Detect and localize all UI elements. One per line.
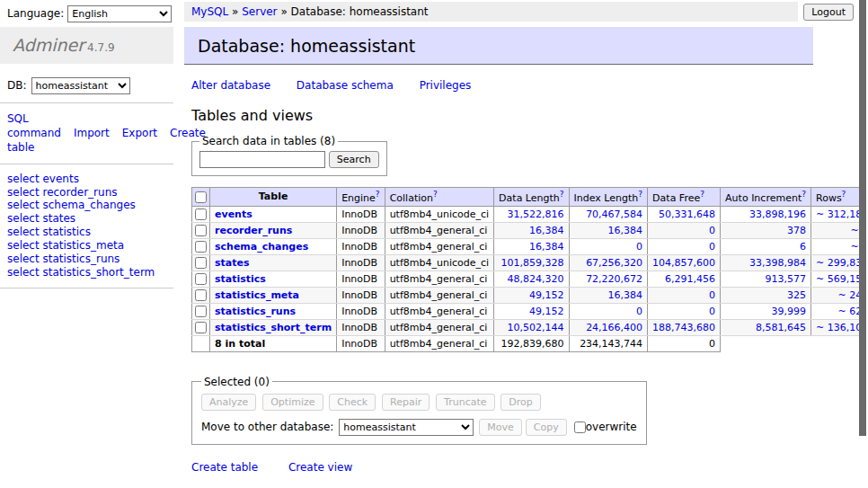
table-link[interactable]: schema_changes <box>215 241 308 253</box>
index-length-link[interactable]: 72,220,672 <box>586 273 642 285</box>
data-length-link[interactable]: 49,152 <box>529 289 564 301</box>
import-link[interactable]: Import <box>74 127 110 139</box>
index-length-link[interactable]: 24,166,400 <box>586 322 642 333</box>
auto-increment-link[interactable]: 913,577 <box>766 273 807 285</box>
sidebar-item-select-recorder-runs[interactable]: select recorder_runs <box>7 186 173 200</box>
breadcrumb-mysql-link[interactable]: MySQL <box>191 5 228 18</box>
data-free-link[interactable]: 104,857,600 <box>652 257 715 269</box>
create-table-link-main[interactable]: Create table <box>191 461 258 474</box>
row-checkbox[interactable] <box>195 289 207 301</box>
copy-button[interactable]: Copy <box>526 419 567 436</box>
sidebar-item-select-statistics[interactable]: select statistics <box>7 226 173 239</box>
sidebar-item-select-events[interactable]: select events <box>7 173 173 186</box>
sql-command-link[interactable]: SQL command <box>7 112 61 139</box>
index-length-link[interactable]: 70,467,584 <box>586 209 642 220</box>
sidebar-item-select-statistics-runs[interactable]: select statistics_runs <box>7 253 173 266</box>
scrollbar-track[interactable] <box>859 0 868 488</box>
data-free-link[interactable]: 50,331,648 <box>659 209 715 220</box>
row-checkbox[interactable] <box>195 225 207 236</box>
help-link[interactable]: ? <box>376 190 380 199</box>
row-checkbox[interactable] <box>195 209 207 220</box>
table-link[interactable]: recorder_runs <box>215 225 292 236</box>
data-length-link[interactable]: 10,502,144 <box>508 322 564 333</box>
breadcrumb-server-link[interactable]: Server <box>242 5 277 18</box>
row-checkbox[interactable] <box>195 241 207 253</box>
repair-button[interactable]: Repair <box>382 394 430 411</box>
privileges-link[interactable]: Privileges <box>420 79 472 92</box>
data-free-link[interactable]: 0 <box>709 225 715 236</box>
row-checkbox[interactable] <box>195 273 207 285</box>
move-button[interactable]: Move <box>479 419 522 436</box>
db-selector-row: DB:homeassistant <box>7 77 173 94</box>
data-length-link[interactable]: 16,384 <box>529 225 564 236</box>
table-link[interactable]: events <box>215 209 252 220</box>
table-link[interactable]: states <box>215 257 250 269</box>
export-link[interactable]: Export <box>122 127 157 139</box>
app-title: Adminer4.7.9 <box>0 27 173 64</box>
help-link[interactable]: ? <box>433 190 438 199</box>
help-link[interactable]: ? <box>802 190 806 199</box>
language-area: Language:English <box>7 5 172 22</box>
help-link[interactable]: ? <box>700 190 704 199</box>
optimize-button[interactable]: Optimize <box>262 394 323 411</box>
data-length-link[interactable]: 49,152 <box>529 306 564 317</box>
create-view-link[interactable]: Create view <box>288 461 352 474</box>
database-schema-link[interactable]: Database schema <box>297 79 394 92</box>
overwrite-checkbox[interactable] <box>574 421 586 433</box>
sidebar-item-select-statistics-short-term[interactable]: select statistics_short_term <box>7 266 173 279</box>
index-length-link[interactable]: 0 <box>636 241 642 253</box>
language-select[interactable]: English <box>67 5 172 22</box>
index-length-link[interactable]: 16,384 <box>608 225 643 236</box>
auto-increment-link[interactable]: 6 <box>800 241 806 253</box>
auto-increment-link[interactable]: 8,581,645 <box>756 322 806 333</box>
logout-button[interactable]: Logout <box>803 4 854 21</box>
data-free-link[interactable]: 0 <box>709 241 715 253</box>
data-free-link[interactable]: 0 <box>709 306 715 317</box>
move-database-select[interactable]: homeassistant <box>339 419 474 436</box>
engine-cell: InnoDB <box>337 254 385 271</box>
table-total-row: 8 in total InnoDB utf8mb4_general_ci 192… <box>192 335 868 351</box>
row-checkbox[interactable] <box>195 306 207 317</box>
truncate-button[interactable]: Truncate <box>436 394 494 411</box>
index-length-link[interactable]: 0 <box>636 306 642 317</box>
table-row-statistics: statistics InnoDB utf8mb4_general_ci 48,… <box>192 271 868 287</box>
index-length-link[interactable]: 67,256,320 <box>586 257 642 269</box>
analyze-button[interactable]: Analyze <box>201 394 256 411</box>
sidebar-item-select-schema-changes[interactable]: select schema_changes <box>7 199 173 212</box>
scrollbar-thumb[interactable] <box>859 0 866 436</box>
index-length-link[interactable]: 16,384 <box>608 289 643 301</box>
data-free-link[interactable]: 6,291,456 <box>665 273 715 285</box>
tables-overview-table: Table Engine? Collation? Data Length? In… <box>191 187 868 352</box>
data-length-link[interactable]: 31,522,816 <box>508 209 564 220</box>
db-select[interactable]: homeassistant <box>31 77 130 94</box>
table-link[interactable]: statistics <box>215 273 266 285</box>
alter-database-link[interactable]: Alter database <box>191 79 270 92</box>
move-to-database-label: Move to other database: <box>201 421 333 433</box>
data-free-link[interactable]: 188,743,680 <box>652 322 715 333</box>
search-input[interactable] <box>199 151 325 168</box>
row-checkbox[interactable] <box>195 257 207 269</box>
table-link[interactable]: statistics_meta <box>215 289 299 301</box>
sidebar-item-select-statistics-meta[interactable]: select statistics_meta <box>7 239 173 253</box>
check-button[interactable]: Check <box>329 394 376 411</box>
auto-increment-link[interactable]: 325 <box>787 289 806 301</box>
help-link[interactable]: ? <box>842 190 846 199</box>
row-checkbox[interactable] <box>195 322 207 333</box>
table-link[interactable]: statistics_short_term <box>215 322 332 333</box>
table-link[interactable]: statistics_runs <box>215 306 296 317</box>
auto-increment-link[interactable]: 378 <box>787 225 806 236</box>
data-free-link[interactable]: 0 <box>709 289 715 301</box>
help-link[interactable]: ? <box>560 190 564 199</box>
auto-increment-link[interactable]: 33,398,984 <box>749 257 806 269</box>
drop-button[interactable]: Drop <box>500 394 540 411</box>
search-button[interactable]: Search <box>329 151 379 168</box>
data-length-link[interactable]: 16,384 <box>529 241 564 253</box>
help-link[interactable]: ? <box>638 190 642 199</box>
sidebar-item-select-states[interactable]: select states <box>7 212 173 226</box>
auto-increment-link[interactable]: 33,898,196 <box>749 209 806 220</box>
data-length-link[interactable]: 48,824,320 <box>508 273 564 285</box>
collation-cell: utf8mb4_general_ci <box>385 238 493 254</box>
select-all-checkbox[interactable] <box>195 191 207 203</box>
data-length-link[interactable]: 101,859,328 <box>501 257 564 269</box>
auto-increment-link[interactable]: 39,999 <box>772 306 807 317</box>
